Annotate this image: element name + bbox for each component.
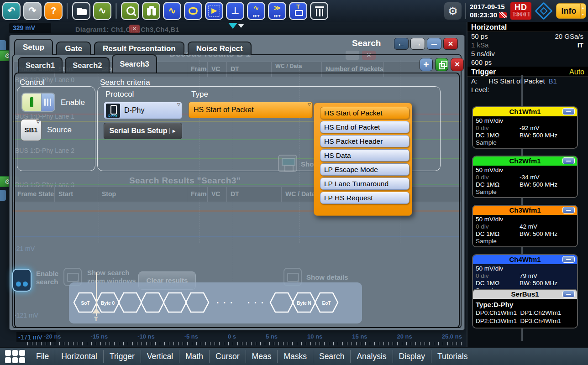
enable-search-toggle[interactable] <box>12 269 31 292</box>
undo-icon[interactable]: ↶ <box>2 2 21 20</box>
source-label: Source <box>47 125 72 135</box>
position-value: 600 ps <box>471 58 492 66</box>
Ch3Wfm1[interactable]: Ch3Wfm1 50 mV/div 0 div42 mV DC 1MΩBW: 5… <box>472 205 578 247</box>
acquisition-mode-value: IT <box>578 41 583 49</box>
horizontal-panel[interactable]: Horizontal 50 ps20 GSa/s 1 kSaIT 5 ns/di… <box>467 22 588 67</box>
fft-gated-icon[interactable]: ≫ FFT <box>268 2 286 20</box>
channel-offset: -34 mV <box>520 174 540 181</box>
channel-position: 0 div <box>476 223 489 230</box>
settings-gear-icon[interactable]: ⚙ <box>444 2 462 20</box>
close-icon[interactable]: × <box>443 38 458 50</box>
search-dialog: Decode results B 1 × Frame StateStartSto… <box>9 35 465 330</box>
type-select[interactable]: HS Start of Packet▽ <box>189 102 313 118</box>
channel-name: Ch2Wfm1 <box>509 157 541 165</box>
measurement-caliper-icon[interactable]: ⊥ <box>226 2 244 20</box>
dphy-protocol-icon: D-PHY <box>106 104 120 118</box>
time-axis-ruler <box>27 342 464 345</box>
fft-spectrum-icon[interactable]: ∿ FFT <box>247 2 265 20</box>
minimize-icon[interactable] <box>562 291 575 297</box>
open-file-icon[interactable] <box>72 2 90 20</box>
trigger-source-badge: B1 <box>549 77 557 85</box>
trigger-source-label: A: <box>471 77 478 85</box>
dots-separator: ▪ ▪ ▪ <box>217 300 234 305</box>
info-button[interactable]: Info ▲▼ <box>556 3 586 19</box>
channel-bandwidth: BW: 500 MHz <box>520 132 557 139</box>
Ch2Wfm1[interactable]: Ch2Wfm1 50 mV/div 0 div-34 mV DC 1MΩBW: … <box>472 156 578 198</box>
delete-trash-icon[interactable] <box>310 2 328 20</box>
hd-mode-badge[interactable]: HD 16bit <box>510 2 531 20</box>
minimize-icon[interactable] <box>562 108 575 115</box>
search-tabs: Search1Search2Search3 <box>18 54 157 73</box>
dialog-title: Search <box>352 38 381 48</box>
channel-name: Ch1Wfm1 <box>509 108 541 115</box>
info-spinner-arrows[interactable]: ▲▼ <box>580 4 585 18</box>
reference-play-icon[interactable]: ▶ <box>205 2 223 20</box>
channel-cards: Ch1Wfm1 50 mV/div 0 div-92 mV DC 1MΩBW: … <box>472 106 578 297</box>
zoom-icon[interactable] <box>121 2 139 20</box>
timing-clamp-icon[interactable]: T <box>289 2 307 20</box>
packet-structure-panel: SoTByte 0▪ ▪ ▪▪ ▪ ▪Byte NEoT <box>69 282 362 323</box>
trigger-position-marker-icon[interactable] <box>228 23 237 29</box>
trigger-marker-label: T <box>94 315 98 323</box>
trigger-panel-title: Trigger <box>471 68 496 76</box>
minimize-icon[interactable] <box>427 38 441 50</box>
chevron-down-icon: ▽ <box>308 102 311 107</box>
resolution-value: 50 ps <box>471 32 488 40</box>
copy-search-icon[interactable] <box>435 58 448 71</box>
toolbar-divider <box>465 3 466 19</box>
protocol-select[interactable]: D-PHY D-Phy ▽ <box>104 102 182 119</box>
help-icon[interactable]: ? <box>44 2 63 20</box>
channel-offset: 79 mV <box>520 272 537 280</box>
record-length-value: 1 kSa <box>471 41 488 49</box>
svg-text:EoT: EoT <box>322 301 331 306</box>
oscilloscope-app: ↶ ↷ ? ∿ <box>0 0 588 365</box>
svg-text:Byte 0: Byte 0 <box>101 301 115 306</box>
timebase-value: 5 ns/div <box>471 50 495 57</box>
chevron-down-icon: ▽ <box>177 102 180 107</box>
chevron-down-icon: ▽ <box>37 120 40 124</box>
serbus-sources-1: DP0:Ch1Wfm1 DP1:Ch2Wfm1 <box>473 309 577 317</box>
delete-search-icon[interactable]: × <box>451 58 464 71</box>
find-binoculars-icon[interactable] <box>142 2 160 20</box>
trigger-panel[interactable]: TriggerAuto A:HS Start of PacketB1 Level… <box>467 67 588 94</box>
packet-hex-empty <box>269 292 294 313</box>
lxi-status-icon <box>499 12 507 18</box>
channel-bandwidth: BW: 500 MHz <box>520 280 557 287</box>
toolbar-right-cluster: ⚙ 2017-09-15 08:23:30 HD 16bit Info ▲▼ <box>444 0 586 22</box>
app-grid-icon[interactable] <box>5 350 25 363</box>
channel-scale: 50 mV/div <box>476 265 503 272</box>
search-tab-actions: + × <box>420 58 464 71</box>
diagram-tab-close-icon[interactable]: × <box>129 25 140 33</box>
channel-acq-mode: Sample <box>476 139 497 146</box>
math-waveform-icon[interactable]: ∿ <box>163 2 181 20</box>
trigger-level-label: Level: <box>471 86 489 94</box>
add-search-icon[interactable]: + <box>420 58 433 71</box>
time-axis-ticks: -20 ns-15 ns-10 ns-5 ns0 s5 ns10 ns15 ns… <box>44 333 462 340</box>
channel-acq-mode: Sample <box>476 238 497 245</box>
serbus-type: Type:D-Phy <box>473 301 577 309</box>
serial-bus-card[interactable]: SerBus1 Type:D-Phy DP0:Ch1Wfm1 DP1:Ch2Wf… <box>472 289 578 328</box>
Ch1Wfm1[interactable]: Ch1Wfm1 50 mV/div 0 div-92 mV DC 1MΩBW: … <box>472 106 578 149</box>
channel-scale: 50 mV/div <box>476 216 503 223</box>
nav-forward-icon[interactable]: → <box>410 38 425 50</box>
channel-coupling: DC 1MΩ <box>476 230 499 237</box>
minimize-icon[interactable] <box>562 207 575 214</box>
svg-text:Byte N: Byte N <box>297 301 311 306</box>
toolbar-separator <box>116 3 117 19</box>
channel-name: Ch3Wfm1 <box>509 206 541 214</box>
control-heading: Control <box>20 78 45 87</box>
source-select[interactable]: SB1▽ <box>21 119 42 141</box>
show-details-label: Show details <box>306 273 361 282</box>
nav-back-icon[interactable]: ← <box>394 38 409 50</box>
redo-icon[interactable]: ↷ <box>23 2 42 20</box>
reference-position-marker-icon[interactable] <box>238 24 244 28</box>
signal-generator-icon[interactable]: ∿ <box>93 2 111 20</box>
serial-bus-setup-button[interactable]: Serial Bus Setup ► <box>104 123 182 139</box>
mask-test-icon[interactable] <box>184 2 202 20</box>
protocol-label: Protocol <box>105 90 134 99</box>
trigger-arrow-icon <box>92 308 100 313</box>
minimize-icon[interactable] <box>562 157 575 164</box>
minimize-icon[interactable] <box>562 256 575 263</box>
dots-separator: ▪ ▪ ▪ <box>248 300 265 305</box>
enable-toggle[interactable] <box>21 93 55 112</box>
